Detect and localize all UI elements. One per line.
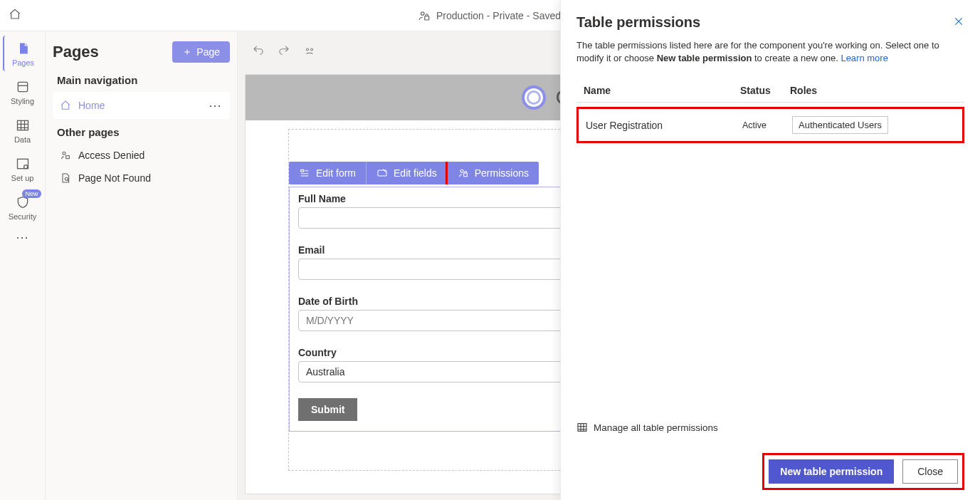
grid-icon — [576, 422, 588, 433]
manage-label: Manage all table permissions — [594, 422, 718, 433]
data-icon — [16, 118, 30, 132]
page-search-icon — [60, 172, 71, 184]
col-status: Status — [740, 85, 790, 96]
nav-label: Access Denied — [78, 150, 144, 161]
svg-rect-3 — [17, 120, 28, 130]
row-status: Active — [742, 120, 792, 130]
pages-panel: Pages ＋ Page Main navigation Home ⋯ Othe… — [46, 31, 238, 500]
nav-page-not-found[interactable]: Page Not Found — [53, 167, 230, 189]
rail-label: Data — [14, 135, 31, 144]
page-icon — [16, 41, 31, 56]
col-name: Name — [584, 85, 740, 96]
btn-label: Permissions — [475, 167, 529, 179]
redo-icon[interactable] — [278, 44, 290, 57]
svg-rect-2 — [18, 82, 27, 91]
col-roles: Roles — [790, 85, 957, 96]
svg-rect-1 — [425, 16, 429, 19]
person-lock-icon — [458, 167, 469, 179]
role-chip: Authenticated Users — [792, 116, 888, 134]
svg-rect-11 — [301, 170, 304, 172]
bot-icon[interactable] — [303, 44, 316, 57]
learn-more-link[interactable]: Learn more — [841, 53, 887, 63]
svg-rect-7 — [66, 156, 70, 159]
rail-pages[interactable]: Pages — [3, 36, 43, 71]
new-permission-button[interactable]: New table permission — [769, 459, 894, 484]
submit-button[interactable]: Submit — [298, 398, 357, 421]
desc-suffix: to create a new one. — [752, 53, 841, 63]
add-page-label: Page — [196, 46, 220, 58]
close-button[interactable]: Close — [902, 459, 958, 484]
btn-label: Edit fields — [394, 167, 437, 179]
svg-point-9 — [307, 48, 309, 51]
setup-icon — [16, 157, 30, 171]
permissions-table-head: Name Status Roles — [576, 79, 964, 103]
main-nav-heading: Main navigation — [57, 74, 230, 86]
person-lock-icon — [60, 150, 71, 161]
undo-icon[interactable] — [252, 44, 265, 57]
form-toolbar: Edit form Edit fields Permissions — [289, 162, 539, 184]
other-pages-heading: Other pages — [57, 126, 230, 138]
rail-more[interactable]: ⋯ — [16, 229, 30, 245]
svg-rect-14 — [463, 173, 467, 177]
page-toolbar — [252, 44, 316, 57]
home-icon — [60, 100, 71, 111]
styling-icon — [16, 80, 30, 94]
manage-permissions-link[interactable]: Manage all table permissions — [576, 422, 964, 433]
nav-home[interactable]: Home ⋯ — [53, 92, 230, 119]
new-badge: New — [22, 189, 41, 198]
row-roles: Authenticated Users — [792, 116, 955, 134]
panel-actions: New table permission Close — [762, 453, 964, 490]
permissions-panel: Table permissions The table permissions … — [560, 0, 980, 500]
nav-label: Page Not Found — [78, 172, 151, 184]
svg-point-13 — [460, 170, 463, 172]
fields-icon — [376, 167, 388, 179]
rail-security[interactable]: New Security — [3, 189, 43, 225]
row-name: User Registration — [586, 120, 742, 131]
permission-row[interactable]: User Registration Active Authenticated U… — [576, 107, 964, 143]
btn-label: Edit form — [316, 167, 356, 179]
pages-title: Pages — [53, 43, 99, 61]
people-lock-icon — [418, 9, 431, 22]
edit-fields-button[interactable]: Edit fields — [367, 162, 448, 184]
form-icon — [299, 167, 310, 179]
company-logo — [522, 85, 546, 110]
nav-access-denied[interactable]: Access Denied — [53, 144, 230, 167]
svg-rect-15 — [578, 424, 586, 432]
svg-point-5 — [23, 165, 27, 169]
rail-label: Security — [9, 212, 37, 221]
desc-bold: New table permission — [657, 53, 752, 63]
close-icon[interactable] — [953, 16, 964, 29]
plus-icon: ＋ — [182, 46, 192, 58]
environment-label: Production - Private - Saved — [436, 10, 561, 21]
left-rail: Pages Styling Data Set up New Security ⋯ — [0, 31, 46, 500]
rail-setup[interactable]: Set up — [3, 151, 43, 187]
nav-label: Home — [78, 100, 105, 111]
home-icon[interactable] — [9, 8, 21, 23]
svg-point-0 — [421, 11, 424, 15]
svg-point-6 — [63, 152, 65, 155]
svg-rect-4 — [17, 159, 28, 168]
rail-label: Set up — [11, 174, 34, 182]
panel-description: The table permissions listed here are fo… — [576, 39, 964, 65]
rail-label: Pages — [12, 58, 34, 67]
environment-switcher[interactable]: Production - Private - Saved — [418, 9, 575, 22]
panel-title: Table permissions — [576, 14, 964, 31]
permissions-button[interactable]: Permissions — [448, 162, 539, 184]
svg-point-10 — [311, 48, 313, 51]
rail-data[interactable]: Data — [3, 113, 43, 148]
add-page-button[interactable]: ＋ Page — [172, 41, 230, 63]
rail-label: Styling — [11, 97, 34, 105]
more-icon[interactable]: ⋯ — [209, 98, 223, 113]
rail-styling[interactable]: Styling — [3, 74, 43, 110]
edit-form-button[interactable]: Edit form — [289, 162, 367, 184]
